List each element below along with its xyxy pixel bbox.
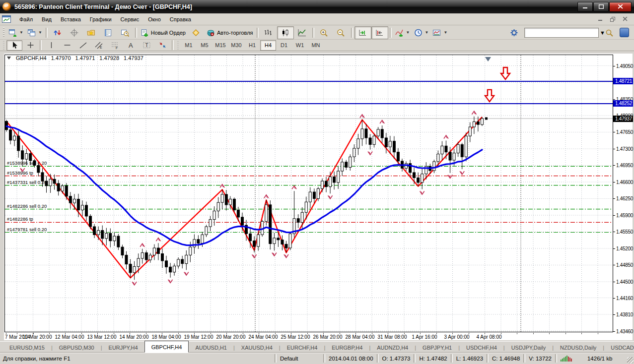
price-axis[interactable]: 1.490501.487001.483501.480001.476501.473…: [613, 55, 633, 331]
chart-plot[interactable]: #1538996 sell 0.20#1538996 tp#1437331 se…: [4, 55, 613, 332]
chart-tab-xauusd[interactable]: XAUUSD,H4: [235, 342, 279, 352]
chart-tab-audusd[interactable]: AUDUSD,H1: [189, 342, 233, 352]
menu-вид[interactable]: Вид: [37, 14, 56, 24]
title-bar[interactable]: 565896: Panteon Client Terminal - Демо С…: [0, 0, 634, 13]
arrows-tool-button[interactable]: [154, 40, 170, 51]
menu-вставка[interactable]: Вставка: [56, 14, 85, 24]
metaeditor-button[interactable]: [188, 26, 205, 39]
toolbar-grip[interactable]: [177, 40, 179, 50]
candlestick-chart[interactable]: #1538996 sell 0.20#1538996 tp#1437331 se…: [5, 55, 613, 332]
status-help: Для справки, нажмите F1: [3, 356, 271, 362]
text-button[interactable]: A: [123, 40, 139, 51]
menu-окно[interactable]: Окно: [143, 14, 165, 24]
chart-tab-eurjpy[interactable]: EURJPY,H4: [102, 342, 144, 352]
minimize-button[interactable]: [577, 2, 593, 12]
status-close: C: 1.46948: [492, 356, 520, 362]
auto-scroll-button[interactable]: [354, 26, 371, 39]
chart-tab-eurusd[interactable]: EURUSD,M15: [3, 342, 51, 352]
close-button[interactable]: [609, 2, 632, 12]
strategy-tester-button[interactable]: [117, 26, 134, 39]
navigator-button[interactable]: [83, 26, 100, 39]
settings-button[interactable]: [505, 26, 522, 39]
autotrading-label: Авто-торговля: [217, 30, 253, 36]
maximize-button[interactable]: [593, 2, 609, 12]
timeframe-m15-button[interactable]: M15: [212, 40, 228, 51]
price-tick: 1.43460: [613, 328, 633, 334]
search-button[interactable]: [601, 26, 618, 39]
menu-справка[interactable]: Справка: [165, 14, 196, 24]
svg-text:T: T: [145, 43, 148, 48]
zoom-in-button[interactable]: [316, 26, 333, 39]
timeframe-mn-button[interactable]: MN: [308, 40, 324, 51]
profiles-button[interactable]: ▼: [25, 26, 44, 39]
timeframe-h1-button[interactable]: H1: [244, 40, 260, 51]
time-axis[interactable]: 7 Mar 201410 Mar 20:0012 Mar 04:0013 Mar…: [5, 333, 613, 340]
new-order-button[interactable]: Новый Ордер: [139, 26, 188, 39]
candlestick-chart-button[interactable]: [277, 26, 294, 39]
timeframe-w1-button[interactable]: W1: [292, 40, 308, 51]
chart-tab-usdcad[interactable]: USDCAD,Daily: [604, 342, 634, 352]
timeframe-h4-button[interactable]: H4: [260, 40, 276, 51]
chart-tab-gbpusd[interactable]: GBPUSD,M30: [53, 342, 101, 352]
status-profile[interactable]: Default: [280, 356, 320, 362]
resize-grip[interactable]: [627, 357, 634, 364]
child-close-button[interactable]: [620, 15, 631, 24]
navigator-icon: [87, 29, 95, 37]
zoom-out-button[interactable]: [333, 26, 350, 39]
child-restore-button[interactable]: [607, 15, 618, 24]
chart-tab-eurgbp[interactable]: EURGBP,H4: [325, 342, 369, 352]
data-window-button[interactable]: [66, 26, 83, 39]
status-open: O: 1.47373: [382, 356, 411, 362]
hline-icon: [63, 41, 71, 49]
hline-button[interactable]: [59, 40, 75, 51]
toolbar-grip[interactable]: [2, 28, 5, 38]
time-tick: 4 Apr 08:00: [469, 334, 509, 340]
channel-button[interactable]: E: [91, 40, 107, 51]
bar-chart-button[interactable]: [260, 26, 277, 39]
chart-tab-usdchf[interactable]: USDCHF,H4: [460, 342, 503, 352]
terminal-button[interactable]: [100, 26, 117, 39]
indicators-button[interactable]: ▼: [393, 26, 412, 39]
data-window-icon: [70, 29, 78, 37]
timeframe-m5-button[interactable]: M5: [197, 40, 212, 51]
chart-window: GBPCHF,H4 1.47970 1.47971 1.47928 1.4793…: [4, 54, 633, 340]
arrows-tool-icon: [158, 41, 167, 49]
crosshair-button[interactable]: [22, 40, 38, 51]
toolbar-separator: [390, 28, 392, 38]
chart-tab-gbpjpy[interactable]: GBPJPY,H1: [416, 342, 458, 352]
chart-shift-icon: [375, 29, 384, 37]
notification-badge[interactable]: [620, 28, 629, 37]
gear-icon: [510, 29, 518, 37]
cursor-button[interactable]: [6, 40, 22, 51]
trendline-button[interactable]: [75, 40, 91, 51]
chevron-down-icon: ▼: [19, 30, 23, 35]
toolbar-grip[interactable]: [2, 40, 5, 50]
line-chart-button[interactable]: [294, 26, 311, 39]
chart-tab-usdjpy[interactable]: USDJPY,Daily: [505, 342, 553, 352]
chart-tab-gbpchf[interactable]: GBPCHF,H4: [144, 341, 189, 353]
search-input[interactable]: [525, 29, 598, 36]
collapse-icon[interactable]: [7, 56, 11, 60]
vline-button[interactable]: [43, 40, 59, 51]
child-minimize-button[interactable]: [595, 15, 606, 24]
text-label-button[interactable]: T: [139, 40, 154, 51]
menu-сервис[interactable]: Сервис: [116, 14, 144, 24]
chart-shift-button[interactable]: [371, 26, 388, 39]
periods-button[interactable]: ▼: [412, 26, 431, 39]
menu-графики[interactable]: Графики: [85, 14, 116, 24]
chart-tab-audnzd[interactable]: AUDNZD,H4: [370, 342, 415, 352]
chart-tab-nzdusd[interactable]: NZDUSD,Daily: [554, 342, 603, 352]
menu-файл[interactable]: Файл: [15, 14, 37, 24]
autotrading-icon: [207, 29, 215, 37]
chart-tab-eurchf[interactable]: EURCHF,H4: [281, 342, 324, 352]
fibonacci-button[interactable]: F: [107, 40, 123, 51]
templates-button[interactable]: ▼: [430, 26, 449, 39]
autotrading-button[interactable]: Авто-торговля: [205, 26, 255, 39]
timeframe-m30-button[interactable]: M30: [228, 40, 244, 51]
timeframe-d1-button[interactable]: D1: [276, 40, 292, 51]
market-watch-button[interactable]: [49, 26, 66, 39]
new-chart-button[interactable]: ▼: [6, 26, 25, 39]
svg-text:#1482286 sell 0.20: #1482286 sell 0.20: [7, 203, 47, 209]
status-bar-time: 2014.04.01 08:00: [329, 356, 373, 362]
timeframe-m1-button[interactable]: M1: [181, 40, 197, 51]
